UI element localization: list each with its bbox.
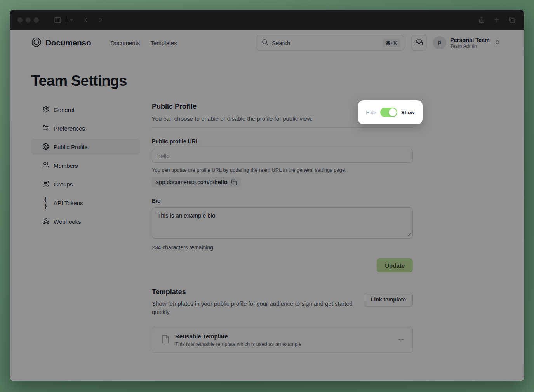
toggle-hide-label: Hide [366, 110, 376, 115]
close-window-button[interactable] [17, 17, 23, 23]
window-controls [17, 17, 39, 23]
browser-window: Documenso Documents Templates Search ⌘+K [10, 10, 524, 381]
minimize-window-button[interactable] [26, 17, 31, 23]
forward-icon[interactable] [97, 17, 104, 23]
browser-titlebar [10, 10, 524, 30]
back-icon[interactable] [82, 17, 89, 23]
page-content: Documenso Documents Templates Search ⌘+K [10, 30, 524, 381]
dim-overlay [10, 30, 524, 381]
profile-visibility-toggle[interactable] [380, 108, 397, 117]
profile-visibility-spotlight: Hide Show [358, 100, 423, 124]
desktop-background: Documenso Documents Templates Search ⌘+K [0, 0, 534, 392]
maximize-window-button[interactable] [34, 17, 39, 23]
new-tab-icon[interactable] [493, 16, 500, 23]
toggle-show-label: Show [401, 110, 415, 115]
titlebar-divider [66, 16, 66, 24]
tab-overview-icon[interactable] [508, 16, 516, 24]
chevron-down-icon[interactable] [69, 17, 74, 22]
toggle-knob [389, 108, 397, 116]
sidebar-toggle-icon[interactable] [54, 16, 62, 24]
share-icon[interactable] [478, 16, 485, 24]
